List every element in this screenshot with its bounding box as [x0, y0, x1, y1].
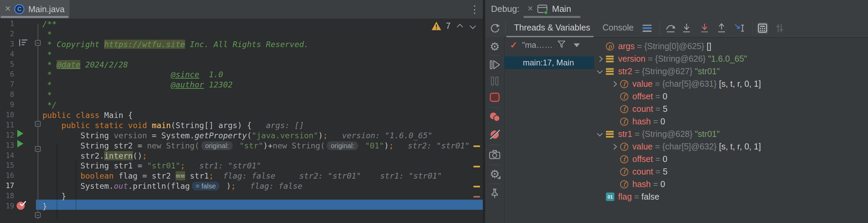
code-line[interactable]: * @author 12302 [0, 80, 483, 90]
code-line[interactable]: * Copyright https://wtfu.site Inc. All R… [0, 39, 483, 49]
chevron-right-icon[interactable] [597, 56, 603, 62]
code-token: * [42, 90, 52, 99]
tab-main-java[interactable]: × C Main.java [0, 0, 70, 18]
code-lines: /** * * Copyright https://wtfu.site Inc.… [0, 19, 483, 211]
evaluate-expression-button[interactable] [757, 22, 768, 34]
trace-stream-button[interactable] [774, 22, 785, 34]
icon-slot: f [620, 143, 632, 151]
fold-marker[interactable]: − [35, 121, 41, 127]
settings-button[interactable]: ⚙ [489, 41, 500, 52]
code-token: ; [142, 151, 147, 160]
chevron-down-icon[interactable] [597, 68, 603, 74]
resume-button[interactable] [489, 59, 500, 70]
next-problem-icon[interactable] [470, 23, 476, 29]
prev-problem-icon[interactable] [457, 24, 463, 30]
step-over-button[interactable] [665, 22, 676, 34]
code-line[interactable]: boolean flag = str2 == str1; flag: false… [0, 171, 483, 181]
code-line[interactable]: public static void main(String[] args) {… [0, 120, 483, 130]
resume-icon [489, 60, 500, 70]
error-stripe-mark[interactable] [473, 186, 480, 187]
code-line[interactable]: * @date 2024/2/28 [0, 60, 483, 70]
tab-close-icon[interactable]: × [5, 4, 11, 14]
fold-marker[interactable]: − [35, 146, 41, 152]
pause-button[interactable] [489, 75, 500, 87]
variable-row[interactable]: str2 = {String@627} "str01" [595, 65, 868, 78]
mute-breakpoints-button[interactable] [489, 129, 500, 140]
stack-frame-selected[interactable]: main:17, Main [505, 56, 594, 69]
thread-dump-button[interactable] [489, 149, 500, 160]
tab-console[interactable]: Console [603, 23, 634, 33]
variable-row[interactable]: foffset = 0 [595, 90, 868, 103]
code-line[interactable]: * @since 1.0 [0, 69, 483, 80]
code-line[interactable]: } [0, 191, 483, 201]
code-line[interactable]: System.out.println(flag= false ); flag: … [0, 181, 483, 191]
run-method-icon[interactable] [17, 140, 24, 149]
tab-scroll-thumb[interactable] [1, 16, 68, 18]
debug-tab-close-icon[interactable]: × [528, 3, 533, 14]
debug-tab-scroll-thumb[interactable] [524, 16, 580, 18]
step-into-button[interactable] [681, 22, 692, 34]
thread-selector[interactable]: ✓ "ma…… [505, 39, 594, 52]
view-options-button[interactable] [641, 22, 653, 34]
breakpoint-verified-icon[interactable] [16, 201, 27, 211]
pin-tab-button[interactable] [489, 188, 500, 199]
code-line[interactable]: } [0, 201, 483, 211]
code-line[interactable]: public class Main { [0, 110, 483, 120]
filter-funnel-icon[interactable] [557, 40, 566, 50]
variable-row[interactable]: str1 = {String@628} "str01" [595, 128, 868, 140]
view-breakpoints-button[interactable] [489, 111, 500, 123]
variable-value: 0 [660, 117, 665, 126]
error-stripe-mark[interactable] [473, 145, 480, 147]
debugger-settings-button[interactable]: ⚙ [489, 168, 500, 180]
frames-panel: ✓ "ma…… main:17, Main [505, 37, 594, 223]
error-stripe-mark[interactable] [473, 166, 480, 167]
run-to-cursor-button[interactable] [734, 22, 745, 34]
code-line[interactable]: */ [0, 100, 483, 110]
code-line[interactable]: String str1 = "str01"; str1: "str01" [0, 161, 483, 171]
debug-tool-window: Debug: × Main Threads & Variables [485, 0, 868, 223]
fold-marker[interactable]: − [35, 40, 41, 46]
variable-row[interactable]: fhash = 0 [595, 115, 868, 128]
debug-toolbar: Threads & Variables Console [485, 19, 868, 38]
variable-row[interactable]: fcount = 5 [595, 103, 868, 115]
javadoc-list-icon[interactable] [19, 39, 28, 48]
chevron-down-icon[interactable] [597, 130, 603, 136]
step-out-button[interactable] [716, 22, 727, 34]
code-token: @author [171, 80, 204, 89]
code-line[interactable]: String str2 = new String(original: "str"… [0, 141, 483, 151]
editor-debug-splitter[interactable] [483, 0, 485, 223]
equals-sign: = [653, 92, 663, 101]
variable-row[interactable]: fvalue = {char[5]@631} [s, t, r, 0, 1] [595, 78, 868, 90]
force-step-into-button[interactable] [699, 22, 710, 34]
debug-session-tab[interactable]: Main [552, 4, 571, 14]
variable-row[interactable]: 01flag = false [595, 190, 868, 203]
code-line[interactable]: /** [0, 19, 483, 29]
run-class-icon[interactable] [17, 129, 24, 139]
variable-row[interactable]: fhash = 0 [595, 178, 868, 190]
editor-options-kebab-icon[interactable]: ⋮ [469, 2, 481, 16]
rerun-button[interactable] [489, 22, 501, 34]
code-line[interactable]: * [0, 90, 483, 100]
chevron-right-icon[interactable] [611, 81, 617, 87]
thread-dropdown-icon[interactable] [574, 43, 580, 47]
variable-row[interactable]: foffset = 0 [595, 153, 868, 165]
variable-row[interactable]: fcount = 5 [595, 165, 868, 178]
code-line[interactable]: * [0, 49, 483, 60]
stop-button[interactable] [489, 92, 500, 103]
code-line[interactable]: * [0, 29, 483, 39]
code-editor[interactable]: 12345678910111213141516171819 /** * * Co… [0, 19, 483, 223]
chevron-right-icon[interactable] [611, 144, 617, 149]
inspections-widget[interactable]: 7 [431, 21, 475, 31]
warning-count: 7 [446, 21, 451, 31]
fold-marker[interactable]: − [35, 212, 41, 218]
variable-name: count [632, 167, 653, 177]
code-line[interactable]: str2.intern(); [0, 151, 483, 161]
variable-row[interactable]: version = {String@626} "1.6.0_65" [595, 53, 868, 65]
variable-row[interactable]: fvalue = {char[5]@632} [s, t, r, 0, 1] [595, 140, 868, 153]
error-stripe-mark[interactable] [473, 196, 480, 198]
tab-threads-variables[interactable]: Threads & Variables [514, 23, 590, 33]
variable-row[interactable]: pargs = {String[0]@625} [] [595, 40, 868, 53]
code-token: Inc. All Rights Reserved. [185, 40, 309, 49]
code-token: Main { [104, 110, 133, 120]
code-line[interactable]: String version = System.getProperty("jav… [0, 130, 483, 141]
